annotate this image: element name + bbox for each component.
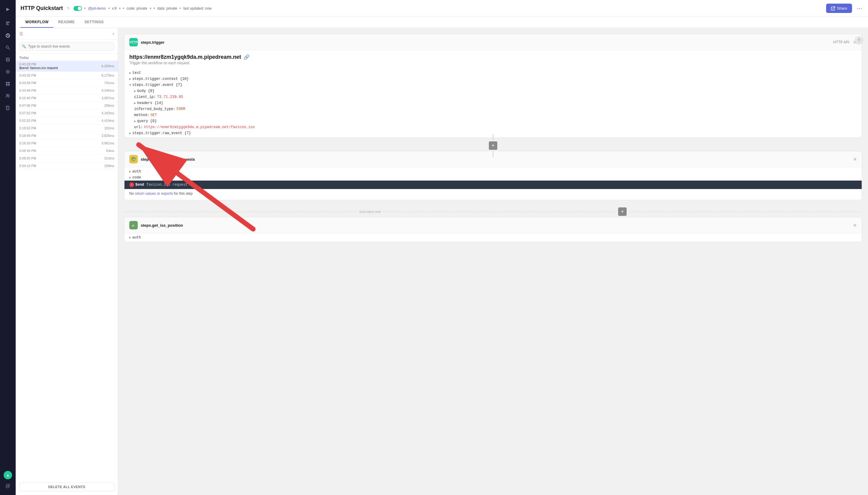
sidebar-item-docs[interactable]	[2, 18, 13, 29]
event-duration: 109ms	[104, 164, 114, 168]
header-dot-4: •	[154, 6, 155, 11]
tree-row-method[interactable]: method: GET	[124, 112, 862, 118]
filter-step-header-left: JS steps.filter_favicon_requests	[129, 155, 195, 164]
row-content: body {0}	[137, 89, 155, 93]
delete-all-events-button[interactable]: DELETE ALL EVENTS	[19, 482, 114, 491]
event-item[interactable]: 6:07:02 PM 4,183ms	[16, 109, 118, 117]
sidebar-item-logs[interactable]	[2, 30, 13, 41]
share-button[interactable]: Share	[826, 4, 852, 13]
arrow-icon: ▶	[129, 170, 131, 173]
search-box: 🔍	[16, 40, 118, 53]
end-value: favicon.ico request	[146, 183, 188, 187]
page-title: HTTP Quickstart	[20, 5, 63, 12]
sidebar-item-book[interactable]	[2, 102, 13, 113]
filter-step-close-button[interactable]: ✕	[853, 156, 857, 162]
svg-line-5	[8, 48, 10, 50]
user-avatar[interactable]: ▲	[4, 471, 12, 479]
sidebar-item-grid[interactable]	[2, 79, 13, 89]
more-options-button[interactable]: ···	[856, 4, 863, 13]
tab-workflow[interactable]: WORKFLOW	[20, 17, 53, 28]
tree-row-headers[interactable]: ▶ headers {14}	[124, 100, 862, 106]
event-item[interactable]: 6:16:40 PM 3,007ms	[16, 95, 118, 102]
event-time: 6:07:02 PM	[19, 111, 36, 115]
tree-row-query[interactable]: ▶ query {0}	[124, 118, 862, 124]
event-time: 5:52:02 PM	[19, 119, 36, 122]
event-item[interactable]: 5:18:49 PM 2,825ms	[16, 132, 118, 140]
event-item[interactable]: 6:07:06 PM 206ms	[16, 102, 118, 109]
event-item[interactable]: 6:33:58 PM 741ms	[16, 79, 118, 87]
svg-rect-11	[8, 84, 10, 86]
event-item[interactable]: 6:43:28 PM $send: favicon.ico request 6,…	[16, 61, 118, 72]
event-duration: 313ms	[104, 156, 114, 160]
event-item[interactable]: 5:09:26 PM 53ms	[16, 147, 118, 155]
workflow-toggle[interactable]	[73, 6, 82, 11]
content-area: ☰ ‹ 🔍 Today 6:43:28 PM $send: favicon.ic…	[16, 28, 868, 495]
filter-end-row[interactable]: ! $end favicon.ico request	[124, 181, 862, 189]
tab-readme[interactable]: README	[53, 17, 80, 28]
event-time: 5:18:52 PM	[19, 126, 36, 130]
tree-row-auth[interactable]: ▶ auth	[124, 169, 862, 174]
row-key: inferred_body_type:	[134, 107, 175, 111]
sidebar-expand-button[interactable]: ▶	[2, 4, 13, 15]
row-key: method:	[134, 113, 149, 117]
svg-rect-8	[6, 82, 7, 84]
tree-row-body-type[interactable]: inferred_body_type: FORM	[124, 106, 862, 112]
event-item[interactable]: 6:43:20 PM 8,173ms	[16, 72, 118, 79]
event-item[interactable]: 5:18:52 PM 181ms	[16, 124, 118, 132]
event-time: 5:04:10 PM	[19, 164, 36, 168]
event-duration: 9,345ms	[102, 89, 114, 92]
tabs-bar: WORKFLOW README SETTINGS	[16, 17, 868, 28]
event-item[interactable]: 5:04:10 PM 109ms	[16, 162, 118, 170]
tree-row-event[interactable]: ▼ steps.trigger.event {7}	[124, 82, 862, 88]
owner-link[interactable]: @pd-demo	[88, 6, 106, 11]
row-value: 73.71.239.95	[157, 95, 183, 99]
execution-end-line-right	[383, 211, 616, 212]
sidebar-item-database[interactable]	[2, 54, 13, 65]
event-item[interactable]: 6:33:48 PM 9,345ms	[16, 87, 118, 95]
event-time: 6:33:58 PM	[19, 81, 36, 85]
event-time: 6:43:28 PM	[19, 63, 58, 66]
execution-end-area: Execution end +	[124, 203, 862, 217]
event-time: 5:18:49 PM	[19, 134, 36, 137]
version-chevron[interactable]: ▾	[119, 7, 121, 10]
filter-step-card: JS steps.filter_favicon_requests ✕ ▶ aut…	[124, 151, 862, 200]
sidebar-item-settings[interactable]	[2, 66, 13, 77]
code-chevron[interactable]: ▾	[150, 7, 151, 10]
add-step-execution-end-button[interactable]: +	[618, 207, 627, 216]
arrow-icon: ▶	[129, 71, 131, 75]
arrow-icon: ▶	[134, 119, 136, 123]
add-step-button[interactable]: +	[489, 141, 497, 150]
end-label: $end	[135, 183, 144, 187]
search-input[interactable]	[19, 42, 114, 51]
tree-row-client-ip[interactable]: client_ip: 73.71.239.95	[124, 94, 862, 100]
get-iss-step-body: ▶ auth	[124, 233, 862, 242]
header-dot-5: •	[180, 6, 181, 11]
notifications-button[interactable]: @	[2, 480, 13, 491]
tree-row-body[interactable]: ▶ body {0}	[124, 88, 862, 94]
collapse-panel-icon[interactable]: ‹	[113, 31, 114, 36]
filter-return-link[interactable]: return values or exports	[135, 191, 173, 195]
event-item[interactable]: 5:09:25 PM 313ms	[16, 155, 118, 162]
tree-row-context[interactable]: ▶ steps.trigger.context {10}	[124, 76, 862, 82]
tree-row-auth-iss[interactable]: ▶ auth	[124, 235, 862, 241]
event-item[interactable]: 5:16:33 PM 3,861ms	[16, 140, 118, 147]
sidebar-item-search[interactable]	[2, 42, 13, 53]
code-label: code: private	[126, 6, 147, 11]
edit-title-icon[interactable]: ✎	[67, 6, 70, 11]
tree-row-test[interactable]: ▶ test	[124, 70, 862, 76]
add-step-connector: +	[124, 140, 862, 151]
trigger-link-icon[interactable]: 🔗	[244, 54, 249, 60]
row-value: GET	[151, 113, 157, 117]
row-content: steps.trigger.event {7}	[132, 83, 183, 87]
tree-row-code[interactable]: ▶ code	[124, 174, 862, 181]
header-dot-2: •	[108, 6, 109, 11]
tab-settings[interactable]: SETTINGS	[80, 17, 108, 28]
tree-row-url[interactable]: url: https://enmr8zm1ygqk9da.m.pipedream…	[124, 124, 862, 130]
header: HTTP Quickstart ✎ • @pd-demo • v.9 ▾ • c…	[16, 0, 868, 17]
help-button[interactable]: ?	[855, 36, 863, 45]
trigger-step-body: ▶ test ▶ steps.trigger.context {10} ▼ st…	[124, 69, 862, 137]
event-item[interactable]: 5:52:02 PM 4,419ms	[16, 117, 118, 124]
sidebar-item-team[interactable]	[2, 90, 13, 101]
get-iss-step-close-button[interactable]: ✕	[853, 222, 857, 228]
execution-end-label: Execution end	[360, 210, 381, 214]
